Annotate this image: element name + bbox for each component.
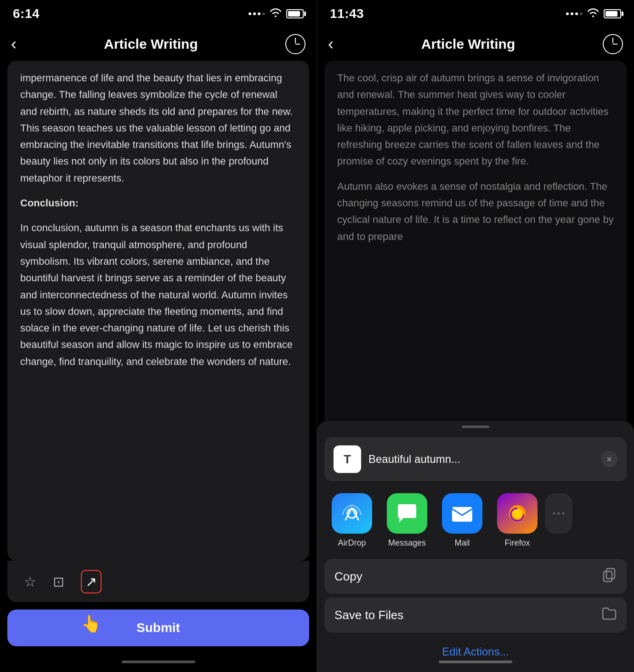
airdrop-icon <box>332 493 372 534</box>
svg-point-5 <box>557 512 560 515</box>
share-sheet: T Beautiful autumn... × AirDrop <box>317 421 634 672</box>
svg-point-4 <box>553 512 555 515</box>
signal-dot-2 <box>253 12 256 15</box>
left-phone-panel: 6:14 ‹ Article Writing <box>0 0 317 672</box>
share-close-button[interactable]: × <box>601 451 617 467</box>
left-status-icons <box>249 8 304 20</box>
save-to-files-action-row[interactable]: Save to Files <box>324 598 627 632</box>
right-status-time: 11:43 <box>330 6 364 21</box>
hand-cursor-icon: 👆 <box>81 614 102 633</box>
right-clock-icon[interactable] <box>603 34 623 54</box>
right-nav-title: Article Writing <box>421 36 515 52</box>
signal-dot-4 <box>262 12 265 15</box>
right-status-icons <box>566 8 621 20</box>
copy-label: Copy <box>334 569 362 584</box>
submit-button[interactable]: Submit <box>7 609 309 646</box>
mail-label: Mail <box>454 538 470 548</box>
share-icon[interactable]: ↗ <box>81 570 102 593</box>
share-app-more[interactable] <box>545 493 572 548</box>
left-para-1: impermanence of life and the beauty that… <box>20 70 296 187</box>
airdrop-label: AirDrop <box>338 538 366 548</box>
signal-dot-1 <box>249 12 251 15</box>
left-para-2: In conclusion, autumn is a season that e… <box>20 220 296 370</box>
share-app-row: AirDrop Messages Mail <box>317 489 634 555</box>
left-clock-icon[interactable] <box>285 34 306 54</box>
share-app-firefox[interactable]: Firefox <box>490 493 545 548</box>
left-signal-dots <box>249 12 265 15</box>
svg-rect-8 <box>604 571 612 581</box>
battery-fill <box>288 11 300 17</box>
messages-icon <box>387 493 427 534</box>
left-home-indicator <box>0 652 317 672</box>
left-nav-bar: ‹ Article Writing <box>0 28 317 61</box>
left-back-button[interactable]: ‹ <box>11 34 17 54</box>
signal-dot-3 <box>258 12 260 15</box>
copy-icon[interactable]: ⊡ <box>53 574 64 590</box>
right-signal-dots <box>566 12 583 15</box>
share-app-airdrop[interactable]: AirDrop <box>324 493 379 548</box>
sheet-drag-handle <box>462 426 489 428</box>
left-conclusion-label: Conclusion: <box>20 195 296 211</box>
cursor-hand: 👆 <box>81 614 97 634</box>
preview-icon: T <box>334 445 361 473</box>
copy-action-row[interactable]: Copy <box>324 559 627 594</box>
messages-label: Messages <box>388 538 426 548</box>
svg-rect-7 <box>606 569 615 579</box>
right-home-indicator <box>317 652 634 672</box>
right-article-text: The cool, crisp air of autumn brings a s… <box>337 70 614 245</box>
right-para-1: The cool, crisp air of autumn brings a s… <box>337 70 614 170</box>
mail-icon <box>442 493 482 534</box>
r-signal-dot-3 <box>575 12 578 15</box>
save-to-files-label: Save to Files <box>334 608 403 622</box>
preview-left: T Beautiful autumn... <box>334 445 460 473</box>
share-preview-card: T Beautiful autumn... × <box>324 437 627 481</box>
preview-title: Beautiful autumn... <box>368 453 460 466</box>
submit-label: Submit <box>136 621 180 635</box>
star-icon[interactable]: ☆ <box>24 574 36 590</box>
left-status-time: 6:14 <box>13 6 40 21</box>
svg-rect-1 <box>452 507 472 522</box>
right-nav-bar: ‹ Article Writing <box>317 28 634 61</box>
firefox-icon <box>497 493 538 534</box>
right-wifi-icon <box>587 8 599 20</box>
left-nav-title: Article Writing <box>104 36 198 52</box>
left-status-bar: 6:14 <box>0 0 317 28</box>
left-action-bar: ☆ ⊡ ↗ <box>7 561 309 602</box>
right-battery-fill <box>606 11 617 17</box>
left-home-bar <box>122 661 195 663</box>
save-files-icon <box>602 606 617 624</box>
r-signal-dot-2 <box>571 12 573 15</box>
right-phone-panel: 11:43 ‹ Article Writing <box>317 0 634 672</box>
right-home-bar <box>439 661 512 663</box>
share-app-mail[interactable]: Mail <box>435 493 490 548</box>
battery-icon <box>286 9 304 18</box>
right-status-bar: 11:43 <box>317 0 634 28</box>
wifi-icon <box>270 8 282 20</box>
share-app-messages[interactable]: Messages <box>379 493 435 548</box>
right-para-2: Autumn also evokes a sense of nostalgia … <box>337 178 614 245</box>
right-back-button[interactable]: ‹ <box>328 34 334 54</box>
right-battery-icon <box>604 9 621 18</box>
copy-row-icon <box>602 568 617 586</box>
more-apps-icon <box>545 493 572 534</box>
r-signal-dot-4 <box>580 12 583 15</box>
left-article-text: impermanence of life and the beauty that… <box>20 70 296 370</box>
firefox-label: Firefox <box>504 538 530 548</box>
r-signal-dot-1 <box>566 12 569 15</box>
left-content-area: impermanence of life and the beauty that… <box>7 61 309 561</box>
svg-point-6 <box>562 512 565 515</box>
